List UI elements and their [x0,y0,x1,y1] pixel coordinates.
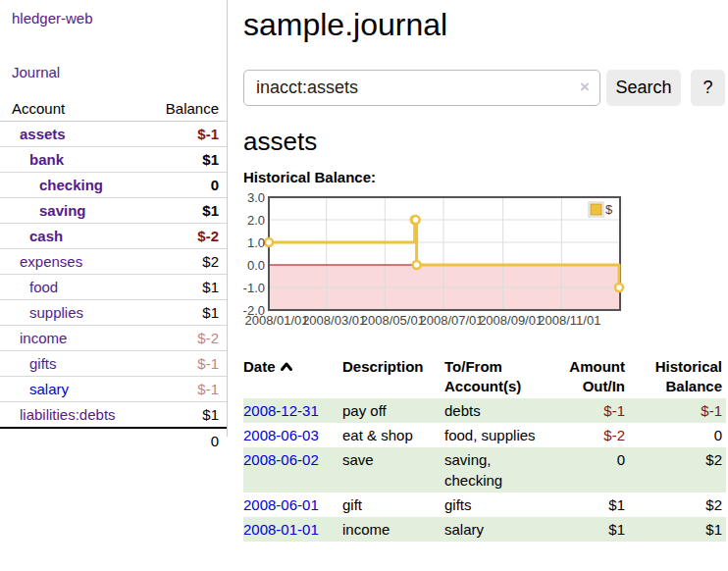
account-link[interactable]: cash [29,228,63,244]
account-link[interactable]: checking [39,177,103,193]
register-description-cell: save [338,447,441,493]
register-amount-cell: $-2 [543,423,629,447]
sidebar: hledger-web Journal Account Balance asse… [0,0,228,437]
register-description-cell: eat & shop [338,423,441,447]
account-balance: $2 [139,249,227,275]
clear-search-icon[interactable]: × [580,78,590,97]
register-amount-cell: 0 [543,447,629,493]
account-row: assets$-1 [0,122,227,147]
account-link[interactable]: income [20,330,67,346]
search-button[interactable]: Search [606,70,681,106]
col-balance: Historical Balance [629,355,726,398]
register-row: 2008-01-01incomesalary$1$1 [243,517,726,542]
register-date-cell: 2008-06-01 [243,493,338,517]
register-description-cell: gift [338,493,441,517]
col-amount: Amount Out/In [543,355,629,398]
account-link[interactable]: food [29,279,58,295]
register-row: 2008-06-03eat & shopfood, supplies$-20 [243,423,726,447]
account-row: saving$1 [0,198,227,224]
account-balance: $-1 [139,351,227,377]
account-balance: $1 [139,275,227,300]
search-input[interactable] [243,70,600,106]
accounts-table: Account Balance assets$-1bank$1checking0… [0,96,227,453]
x-tick-label: 2008/09/01 [479,313,543,328]
account-row: expenses$2 [0,249,227,275]
account-row: checking0 [0,173,227,198]
register-accounts-cell: saving, checking [441,447,543,493]
account-row: supplies$1 [0,300,227,326]
account-name-cell: salary [0,377,139,402]
account-link[interactable]: supplies [29,304,83,321]
register-date-cell: 2008-01-01 [243,517,338,542]
account-row: liabilities:debts$1 [0,402,227,429]
account-balance: $1 [139,198,227,224]
register-balance-cell: $-1 [629,398,726,423]
col-description: Description [338,355,441,398]
data-point-marker [615,284,623,291]
account-name-cell: bank [0,147,139,173]
account-name-cell: cash [0,224,139,249]
register-balance-cell: $2 [629,493,726,517]
account-balance: $1 [139,147,227,173]
register-row: 2008-06-02savesaving, checking0$2 [243,447,726,493]
x-tick-label: 2008/07/01 [419,313,483,328]
col-date[interactable]: Date [243,355,338,398]
data-point-marker [265,238,273,246]
account-name-cell: expenses [0,249,139,275]
account-name-cell: checking [0,173,139,198]
register-description-cell: income [338,517,441,542]
account-name-cell: income [0,326,139,351]
account-row: cash$-2 [0,224,227,249]
account-heading: assets [243,127,726,156]
account-link[interactable]: assets [20,126,66,142]
account-link[interactable]: gifts [29,355,57,372]
search-input-wrap: × [243,70,600,106]
accounts-col-balance: Balance [139,96,227,122]
main-content: sample.journal × Search ? assets Histori… [243,0,726,542]
register-accounts-cell: debts [441,398,543,423]
y-tick-label: 3.0 [247,190,265,205]
account-link[interactable]: expenses [20,253,82,270]
account-balance: $1 [139,402,227,429]
nav-journal-link[interactable]: Journal [12,64,227,80]
x-tick-label: 2008/05/01 [361,313,425,328]
transaction-date-link[interactable]: 2008-01-01 [243,521,319,538]
account-row: income$-2 [0,326,227,351]
accounts-header-row: Account Balance [0,96,227,122]
account-link[interactable]: bank [29,151,64,168]
x-tick-label: 2008/01/01 [244,313,308,328]
account-row: salary$-1 [0,377,227,402]
register-row: 2008-06-01giftgifts$1$2 [243,493,726,517]
transaction-date-link[interactable]: 2008-06-02 [243,451,319,468]
account-link[interactable]: saving [39,202,86,219]
register-balance-cell: 0 [629,423,726,447]
account-balance: $-2 [139,326,227,351]
transaction-date-link[interactable]: 2008-12-31 [243,402,319,419]
account-name-cell: liabilities:debts [0,402,139,429]
accounts-total-value: 0 [139,428,227,453]
register-description-cell: pay off [338,398,441,423]
data-point-marker [413,261,421,269]
register-accounts-cell: gifts [441,493,543,517]
account-row: gifts$-1 [0,351,227,377]
chart-title: Historical Balance: [243,170,726,185]
app-brand-link[interactable]: hledger-web [12,10,227,26]
account-name-cell: gifts [0,351,139,377]
y-tick-label: 1.0 [247,235,265,250]
account-name-cell: assets [0,122,139,147]
transaction-date-link[interactable]: 2008-06-01 [243,496,319,513]
register-date-cell: 2008-12-31 [243,398,338,423]
help-button[interactable]: ? [691,70,725,106]
transaction-date-link[interactable]: 2008-06-03 [243,427,319,443]
account-link[interactable]: salary [29,381,69,397]
register-date-cell: 2008-06-02 [243,447,338,493]
accounts-total-row: 0 [0,428,227,453]
accounts-col-account: Account [0,96,139,122]
account-link[interactable]: liabilities:debts [20,406,116,423]
register-date-cell: 2008-06-03 [243,423,338,447]
account-balance: $-2 [139,224,227,249]
legend-label: $ [605,202,613,217]
register-accounts-cell: food, supplies [441,423,543,447]
account-balance: $-1 [139,122,227,147]
account-row: bank$1 [0,147,227,173]
